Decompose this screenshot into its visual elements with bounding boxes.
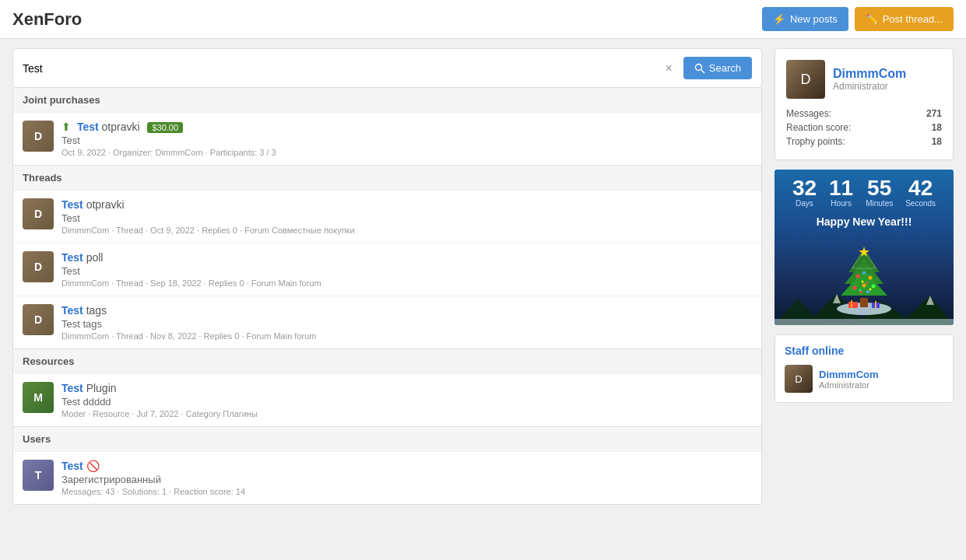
seconds-number: 42 xyxy=(905,177,936,199)
result-link[interactable]: Test otpravki xyxy=(77,121,143,133)
result-link[interactable]: Test Plugin xyxy=(61,382,117,394)
result-snippet: Test xyxy=(61,212,752,224)
stats-row: Reaction score: 18 xyxy=(786,121,942,135)
avatar: D xyxy=(23,251,54,282)
user-role: Administrator xyxy=(833,81,906,92)
new-year-message: Happy New Year!!! xyxy=(817,215,912,228)
header-actions: ⚡ New posts ✏️ Post thread... xyxy=(762,7,954,31)
svg-point-0 xyxy=(695,64,701,70)
result-meta: Messages: 43 · Solutions: 1 · Reaction s… xyxy=(61,487,752,496)
user-avatar: D xyxy=(786,60,825,99)
search-icon xyxy=(694,63,705,74)
staff-avatar: D xyxy=(785,365,813,393)
edit-icon: ✏️ xyxy=(866,13,878,25)
avatar: M xyxy=(23,382,54,413)
new-posts-button[interactable]: ⚡ New posts xyxy=(762,7,848,31)
post-thread-button[interactable]: ✏️ Post thread... xyxy=(855,7,954,31)
svg-line-1 xyxy=(701,70,704,73)
christmas-tree xyxy=(833,245,895,317)
user-stats: Messages: 271 Reaction score: 18 Trophy … xyxy=(786,107,942,149)
result-link[interactable]: Test tags xyxy=(61,304,107,317)
result-content: Test poll Test DimmmCom · Thread · Sep 1… xyxy=(61,251,752,288)
days-number: 32 xyxy=(792,177,817,199)
user-card: D DimmmCom Administrator Messages: 271 R… xyxy=(775,48,954,160)
result-meta: DimmmCom · Thread · Nov 8, 2022 · Replie… xyxy=(61,331,752,341)
avatar-image: D xyxy=(23,251,54,282)
title-rest: Plugin xyxy=(83,382,117,394)
hours-number: 11 xyxy=(829,177,853,199)
title-highlight: Test xyxy=(61,251,83,264)
staff-online-widget: Staff online D DimmmCom Administrator xyxy=(775,334,954,403)
svg-point-12 xyxy=(853,286,857,290)
result-title: Test tags xyxy=(61,304,752,317)
post-thread-label: Post thread... xyxy=(883,13,943,25)
avatar: D xyxy=(23,198,54,229)
messages-label: Messages: xyxy=(786,107,912,121)
header: XenForo ⚡ New posts ✏️ Post thread... xyxy=(0,0,966,39)
title-highlight: Test xyxy=(61,460,83,472)
svg-point-11 xyxy=(862,271,866,275)
result-snippet: Test xyxy=(61,135,752,146)
svg-point-9 xyxy=(856,275,860,278)
result-meta: Moder · Resource · Jul 7, 2022 · Categor… xyxy=(61,409,752,418)
days-label: Days xyxy=(792,199,817,208)
result-title: Test otpravki xyxy=(61,198,752,211)
list-item: M Test Plugin Test ddddd Moder · Resourc… xyxy=(13,373,761,426)
list-item: D Test otpravki Test DimmmCom · Thread ·… xyxy=(13,190,761,243)
section-threads: Threads xyxy=(13,165,761,190)
countdown-seconds: 42 Seconds xyxy=(905,177,936,208)
reaction-value: 18 xyxy=(912,121,942,135)
trophy-label: Trophy points: xyxy=(786,135,912,149)
result-link[interactable]: Test 🚫 xyxy=(61,460,100,472)
search-clear-button[interactable]: × xyxy=(660,60,676,77)
svg-rect-20 xyxy=(875,301,876,308)
user-name[interactable]: DimmmCom xyxy=(833,67,906,81)
price-badge: $30.00 xyxy=(147,122,183,133)
svg-point-22 xyxy=(866,282,869,285)
search-button[interactable]: Search xyxy=(683,57,752,79)
result-title: ⬆ Test otpravki $30.00 xyxy=(61,121,752,133)
minutes-number: 55 xyxy=(866,177,893,199)
countdown-days: 32 Days xyxy=(792,177,817,208)
countdown-hours: 11 Hours xyxy=(829,177,853,208)
staff-info: DimmmCom Administrator xyxy=(819,369,879,390)
xmas-background: 32 Days 11 Hours 55 Minutes 42 Seconds xyxy=(775,170,954,325)
staff-member: D DimmmCom Administrator xyxy=(785,365,943,393)
result-content: Test otpravki Test DimmmCom · Thread · O… xyxy=(61,198,752,235)
title-rest: otpravki xyxy=(99,121,140,133)
result-link[interactable]: Test poll xyxy=(61,251,103,264)
title-highlight: Test xyxy=(61,198,83,211)
lightning-icon: ⚡ xyxy=(773,13,785,25)
stats-row: Trophy points: 18 xyxy=(786,135,942,149)
svg-point-14 xyxy=(862,284,866,288)
svg-point-10 xyxy=(869,276,873,280)
title-rest: 🚫 xyxy=(83,460,100,472)
reaction-label: Reaction score: xyxy=(786,121,912,135)
main-content: × Search Joint purchases D ⬆ xyxy=(12,48,762,505)
tree-svg xyxy=(833,245,895,315)
svg-point-21 xyxy=(862,281,864,283)
result-content: Test 🚫 Зарегистрированный Messages: 43 ·… xyxy=(61,460,752,496)
list-item: D Test tags Test tags DimmmCom · Thread … xyxy=(13,296,761,348)
section-joint-purchases: Joint purchases xyxy=(13,88,761,112)
result-snippet: Test tags xyxy=(61,318,752,330)
search-box: × Search xyxy=(12,48,762,88)
search-input[interactable] xyxy=(23,62,654,75)
title-rest: otpravki xyxy=(83,198,125,211)
avatar: D xyxy=(23,304,54,335)
result-meta: Oct 9, 2022 · Organizer: DimmmCom · Part… xyxy=(61,148,752,157)
trophy-value: 18 xyxy=(912,135,942,149)
avatar-image: D xyxy=(23,198,54,229)
staff-name[interactable]: DimmmCom xyxy=(819,369,879,380)
avatar-image: D xyxy=(23,304,54,335)
avatar: D xyxy=(23,121,54,152)
svg-rect-17 xyxy=(848,302,858,308)
hours-label: Hours xyxy=(829,199,853,208)
result-link[interactable]: Test otpravki xyxy=(61,198,125,211)
svg-rect-3 xyxy=(860,298,868,307)
staff-role: Administrator xyxy=(819,380,879,390)
sidebar: D DimmmCom Administrator Messages: 271 R… xyxy=(775,48,954,505)
user-subtitle: Зарегистрированный xyxy=(61,474,752,485)
list-item: D Test poll Test DimmmCom · Thread · Sep… xyxy=(13,243,761,296)
section-users: Users xyxy=(13,426,761,451)
